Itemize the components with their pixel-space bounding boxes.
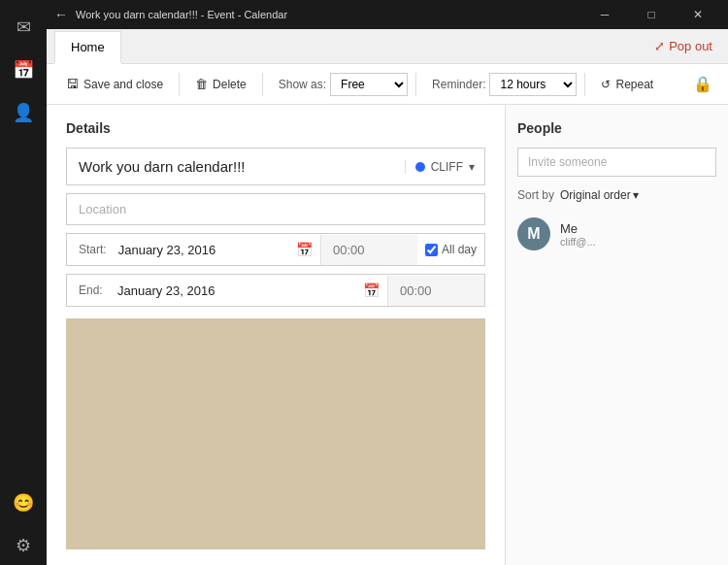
sort-select[interactable]: Original order ▾ [560, 188, 639, 202]
event-title-row: CLIFF ▾ [66, 148, 485, 185]
settings-icon: ⚙ [16, 535, 31, 556]
calendar-selector[interactable]: CLIFF ▾ [405, 160, 484, 174]
event-title-input[interactable] [67, 149, 405, 184]
repeat-button[interactable]: ↺ Repeat [593, 74, 661, 95]
calendar-color-dot [415, 162, 425, 172]
avatar: M [517, 217, 550, 250]
show-as-label: Show as: [279, 78, 326, 91]
pop-out-button[interactable]: ⤢ Pop out [646, 35, 720, 57]
people-panel: People Sort by Original order ▾ M Me cli… [505, 105, 728, 565]
reminder-label: Reminder: [432, 78, 485, 91]
person-info: Me cliff@... [560, 221, 596, 248]
sort-row: Sort by Original order ▾ [517, 188, 716, 202]
person-email: cliff@... [560, 236, 596, 248]
end-time-input[interactable] [387, 276, 484, 306]
delete-button[interactable]: 🗑 Delete [187, 73, 254, 95]
end-label: End: [67, 276, 114, 305]
save-close-label: Save and close [83, 78, 163, 91]
tab-bar: Home ⤢ Pop out [47, 29, 728, 64]
content-area: Details CLIFF ▾ Start: January 23, 2016 … [47, 105, 728, 565]
separator-3 [415, 73, 416, 96]
repeat-label: Repeat [615, 78, 653, 91]
separator-2 [262, 73, 263, 96]
contacts-icon: 👤 [13, 102, 34, 123]
sidebar-mail[interactable]: ✉ [4, 8, 43, 47]
invite-input[interactable] [517, 148, 716, 177]
start-label: Start: [67, 235, 115, 264]
main-window: ← Work you darn calendar!!! - Event - Ca… [47, 0, 728, 565]
end-calendar-icon[interactable]: 📅 [355, 275, 387, 306]
start-time-input[interactable] [320, 235, 417, 265]
start-calendar-icon[interactable]: 📅 [288, 234, 320, 265]
end-date-row: End: January 23, 2016 📅 [66, 274, 485, 307]
sidebar-contacts[interactable]: 👤 [4, 93, 43, 132]
pop-out-label: Pop out [669, 39, 712, 53]
window-controls: ─ □ ✕ [582, 0, 720, 29]
show-as-select[interactable]: Free [330, 73, 408, 96]
delete-label: Delete [213, 78, 247, 91]
person-row: M Me cliff@... [517, 214, 716, 254]
end-date-value: January 23, 2016 [114, 276, 355, 306]
delete-icon: 🗑 [195, 77, 208, 91]
maximize-button[interactable]: □ [629, 0, 674, 29]
repeat-icon: ↺ [601, 78, 611, 91]
separator-4 [584, 73, 585, 96]
allday-checkbox[interactable] [425, 244, 438, 256]
reminder-select[interactable]: 12 hours [489, 73, 577, 96]
toolbar: 🖫 Save and close 🗑 Delete Show as: Free … [47, 64, 728, 105]
sort-value: Original order [560, 188, 631, 202]
start-date-value: January 23, 2016 [115, 235, 288, 265]
calendar-icon: 📅 [13, 59, 34, 81]
mail-icon: ✉ [17, 17, 31, 38]
location-input[interactable] [66, 193, 485, 225]
sort-dropdown-icon: ▾ [633, 188, 639, 202]
sidebar-emoji[interactable]: 😊 [4, 483, 43, 522]
form-section: Details CLIFF ▾ Start: January 23, 2016 … [47, 105, 505, 565]
person-name: Me [560, 221, 596, 236]
start-date-row: Start: January 23, 2016 📅 All day [66, 233, 485, 266]
sort-label: Sort by [517, 188, 554, 202]
allday-checkbox-row: All day [417, 243, 484, 256]
save-close-button[interactable]: 🖫 Save and close [58, 73, 171, 95]
notes-area[interactable] [66, 318, 485, 549]
minimize-button[interactable]: ─ [582, 0, 627, 29]
separator-1 [179, 73, 180, 96]
save-icon: 🖫 [66, 77, 79, 91]
calendar-dropdown-icon: ▾ [469, 160, 475, 174]
pop-out-icon: ⤢ [654, 39, 665, 53]
people-title: People [517, 120, 716, 136]
tab-home[interactable]: Home [54, 31, 121, 64]
calendar-name: CLIFF [431, 160, 463, 174]
allday-label: All day [442, 243, 477, 256]
window-title: Work you darn calendar!!! - Event - Cale… [76, 9, 582, 20]
sidebar-settings[interactable]: ⚙ [4, 526, 43, 565]
lock-icon[interactable]: 🔒 [689, 71, 716, 97]
emoji-icon: 😊 [13, 492, 34, 514]
title-bar: ← Work you darn calendar!!! - Event - Ca… [47, 0, 728, 29]
details-title: Details [66, 120, 485, 136]
app-sidebar: ✉ 📅 👤 😊 ⚙ [0, 0, 47, 565]
back-button[interactable]: ← [54, 7, 68, 22]
close-button[interactable]: ✕ [676, 0, 720, 29]
sidebar-calendar[interactable]: 📅 [4, 50, 43, 89]
